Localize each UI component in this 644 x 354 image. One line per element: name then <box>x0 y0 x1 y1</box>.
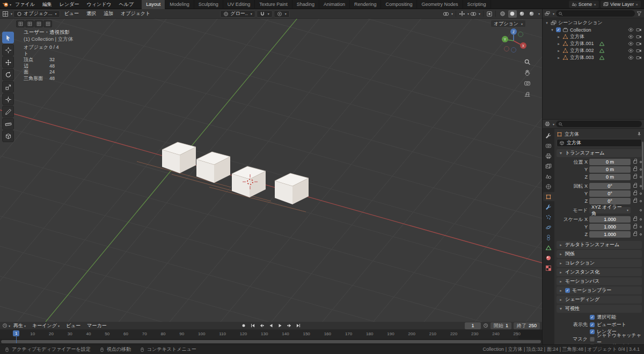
menu-render[interactable]: レンダー <box>56 0 83 9</box>
disclosure-triangle-icon[interactable]: ▸ <box>557 42 561 46</box>
menu-view[interactable]: ビュー <box>63 322 84 329</box>
timeline-ruler[interactable]: 1102030405060708090100110120130140150160… <box>0 330 542 340</box>
tool-annotate[interactable] <box>2 106 14 117</box>
select-mode-new-button[interactable] <box>16 20 25 27</box>
menu-object[interactable]: オブジェクト <box>118 10 153 17</box>
lock-icon[interactable] <box>633 160 637 164</box>
hide-eye-icon[interactable] <box>628 34 634 40</box>
unlink-view-layer-icon[interactable]: × <box>635 2 638 7</box>
timeline-scrollbar[interactable] <box>0 340 542 344</box>
scrollbar[interactable] <box>642 142 643 190</box>
lock-icon[interactable] <box>633 200 637 203</box>
menu-select[interactable]: 選択 <box>83 10 99 17</box>
jump-to-end-button[interactable] <box>294 322 303 329</box>
hide-eye-icon[interactable] <box>628 48 634 54</box>
gizmos-icon[interactable] <box>459 11 465 17</box>
tab-modeling[interactable]: Modeling <box>165 0 194 9</box>
render-visibility-icon[interactable] <box>636 41 642 47</box>
outliner-row-cube-002[interactable]: ▸ 立方体.002 <box>543 47 644 54</box>
menu-view[interactable]: ビュー <box>61 10 82 17</box>
section-relations[interactable]: ▸関係 <box>557 250 642 258</box>
tab-render[interactable] <box>543 141 554 150</box>
gizmo-neg-y-axis[interactable] <box>518 32 523 37</box>
location-y-field[interactable]: 0 m <box>589 166 631 173</box>
mode-dropdown[interactable]: オブジェク... ▾ <box>13 10 60 18</box>
tab-material[interactable] <box>543 253 554 262</box>
render-visibility-icon[interactable] <box>636 27 642 33</box>
unlink-scene-icon[interactable]: × <box>594 2 596 7</box>
motion-blur-checkbox[interactable]: ✓ <box>565 288 570 293</box>
tab-texture-paint[interactable]: Texture Paint <box>255 0 292 9</box>
tool-scale[interactable] <box>2 81 14 93</box>
clock-icon[interactable] <box>483 323 488 328</box>
section-shading[interactable]: ▸シェーディング <box>557 296 642 304</box>
tool-rotate[interactable] <box>2 69 14 80</box>
shading-material-button[interactable] <box>518 10 526 18</box>
view-layer-selector[interactable]: View Layer × <box>601 1 641 8</box>
tab-layout[interactable]: Layout <box>142 0 165 9</box>
viewport-canvas[interactable]: Z X Y <box>0 19 542 322</box>
animate-dot[interactable] <box>640 200 642 202</box>
shadow-catcher-checkbox[interactable] <box>590 337 595 342</box>
gizmo-neg-z-axis[interactable] <box>511 48 516 53</box>
tab-shading[interactable]: Shading <box>292 0 319 9</box>
location-z-field[interactable]: 0 m <box>589 174 631 180</box>
outliner-row-cube[interactable]: ▸ 立方体 <box>543 33 644 40</box>
pin-icon[interactable] <box>636 131 642 137</box>
pan-hand-icon[interactable] <box>524 69 531 76</box>
menu-file[interactable]: ファイル <box>11 0 39 9</box>
show-render-checkbox[interactable]: ✓ <box>590 329 595 334</box>
lock-icon[interactable] <box>633 185 637 188</box>
location-x-field[interactable]: 0 m <box>589 159 631 165</box>
tab-output[interactable] <box>543 151 554 160</box>
tool-measure[interactable] <box>2 118 14 130</box>
tab-world[interactable] <box>543 182 554 191</box>
shading-solid-button[interactable] <box>508 10 517 18</box>
object-name-field[interactable]: 立方体 <box>557 139 642 147</box>
jump-to-start-button[interactable] <box>248 322 257 329</box>
overlays-icon[interactable] <box>470 11 477 17</box>
camera-view-icon[interactable] <box>524 80 531 87</box>
tab-view-layer[interactable] <box>543 161 554 171</box>
outliner-row-cube-003[interactable]: ▸ 立方体.003 <box>543 54 644 61</box>
outliner-search-input[interactable] <box>556 10 635 17</box>
tool-move[interactable] <box>2 56 14 68</box>
disclosure-triangle-icon[interactable]: ▾ <box>545 21 549 25</box>
rotation-mode-dropdown[interactable]: XYZ オイラー角▾ <box>589 207 631 213</box>
animate-dot[interactable] <box>640 218 642 220</box>
scrollbar-handle[interactable] <box>1 340 541 343</box>
animate-dot[interactable] <box>640 233 642 235</box>
xray-toggle-icon[interactable] <box>486 11 493 17</box>
playhead[interactable]: 1 <box>13 330 20 343</box>
tool-select-box[interactable] <box>2 32 14 43</box>
scale-z-field[interactable]: 1.000 <box>589 231 631 238</box>
tab-scene[interactable] <box>543 172 554 181</box>
hide-eye-icon[interactable] <box>628 55 634 61</box>
scale-y-field[interactable]: 1.000 <box>589 224 631 230</box>
proportional-edit-toggle[interactable]: ▾ <box>274 10 290 18</box>
section-motion-paths[interactable]: ▸モーションパス <box>557 277 642 285</box>
tab-compositing[interactable]: Compositing <box>381 0 417 9</box>
menu-edit[interactable]: 編集 <box>39 0 56 9</box>
section-motion-blur[interactable]: ▸✓モーションブラー <box>557 286 642 294</box>
lock-icon[interactable] <box>633 233 637 236</box>
tab-physics[interactable] <box>543 223 554 232</box>
transform-orientation-dropdown[interactable]: グロー.. ▾ <box>220 10 255 18</box>
menu-playback[interactable]: 再生▾ <box>10 322 29 329</box>
tab-animation[interactable]: Animation <box>319 0 350 9</box>
outliner-row-cube-001[interactable]: ▸ 立方体.001 <box>543 40 644 47</box>
lock-icon[interactable] <box>633 192 637 195</box>
play-reverse-button[interactable] <box>267 322 275 329</box>
tab-modifiers[interactable] <box>543 202 554 211</box>
editor-type-icon[interactable] <box>2 11 9 17</box>
tab-object[interactable] <box>543 192 554 201</box>
section-collections[interactable]: ▸コレクション <box>557 259 642 267</box>
blender-logo[interactable] <box>2 1 9 8</box>
properties-editor-icon[interactable] <box>545 121 550 127</box>
tab-rendering[interactable]: Rendering <box>350 0 382 9</box>
tab-constraints[interactable] <box>543 233 554 242</box>
start-frame-field[interactable]: 開始1 <box>491 322 511 329</box>
options-dropdown[interactable]: オプション ▾ <box>491 20 526 27</box>
select-mode-subtract-button[interactable] <box>34 20 43 27</box>
outliner-editor-icon[interactable] <box>545 11 550 16</box>
